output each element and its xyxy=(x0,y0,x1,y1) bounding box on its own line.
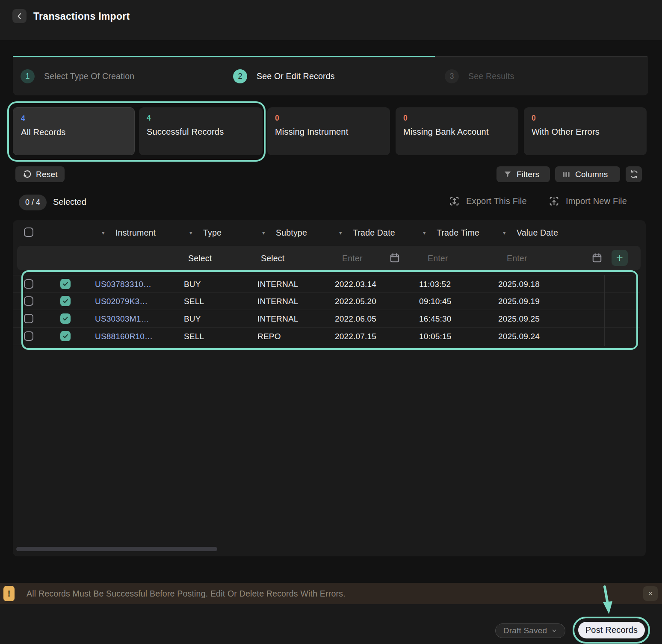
import-label: Import New File xyxy=(566,196,627,206)
warning-icon: ! xyxy=(3,586,15,601)
value-date-cell: 2025.09.18 xyxy=(498,275,540,293)
value-date-filter-input[interactable]: Enter xyxy=(507,253,527,263)
export-this-file-button[interactable]: Export This File xyxy=(449,196,527,207)
stepper-progress-active xyxy=(13,56,435,57)
warning-message: All Records Must Be Successful Before Po… xyxy=(27,589,346,599)
close-icon[interactable]: × xyxy=(643,586,658,601)
step-see-results[interactable]: 3 See Results xyxy=(445,57,514,95)
subtype-cell: INTERNAL xyxy=(257,275,298,293)
column-divider xyxy=(604,275,605,346)
trade-time-filter-input[interactable]: Enter xyxy=(428,253,448,263)
instrument-link[interactable]: US88160R10… xyxy=(95,328,153,345)
card-count: 4 xyxy=(21,114,127,123)
chevron-down-icon xyxy=(551,628,557,634)
card-count: 0 xyxy=(532,114,639,123)
top-header: Transactions Import xyxy=(0,0,662,40)
transactions-import-screen: Transactions Import 1 Select Type Of Cre… xyxy=(0,0,662,644)
trade-time-cell: 09:10:45 xyxy=(419,292,452,310)
trade-time-cell: 10:05:15 xyxy=(419,328,452,345)
table-row: US30303M1… BUY INTERNAL 2022.06.05 16:45… xyxy=(13,310,640,328)
type-cell: SELL xyxy=(184,292,204,310)
card-label: Missing Instrument xyxy=(275,127,382,137)
row-checkbox[interactable] xyxy=(24,279,33,289)
row-status-checkbox-checked[interactable] xyxy=(60,279,71,289)
select-all-checkbox[interactable] xyxy=(24,227,33,237)
column-sort-icon[interactable]: ▾ xyxy=(189,229,192,236)
instrument-link[interactable]: US30303M1… xyxy=(95,310,149,328)
card-missing-bank-account[interactable]: 0 Missing Bank Account xyxy=(396,107,518,155)
row-checkbox[interactable] xyxy=(24,331,33,341)
add-record-button[interactable]: + xyxy=(612,250,628,266)
checkmark-icon xyxy=(63,300,67,303)
reset-button[interactable]: Reset xyxy=(15,166,65,182)
instrument-link[interactable]: US03783310… xyxy=(95,275,151,293)
columns-button[interactable]: Columns xyxy=(555,166,620,182)
chevron-left-icon xyxy=(15,12,24,21)
calendar-icon[interactable] xyxy=(389,252,400,263)
value-date-cell: 2025.09.19 xyxy=(498,292,540,310)
column-header-trade-date[interactable]: Trade Date xyxy=(353,227,395,237)
table-row: US88160R10… SELL REPO 2022.07.15 10:05:1… xyxy=(13,328,640,345)
column-header-instrument[interactable]: Instrument xyxy=(115,227,156,237)
filter-row: Select Select Enter Enter Enter + xyxy=(17,246,641,270)
plus-icon: + xyxy=(616,251,623,265)
row-checkbox[interactable] xyxy=(24,296,33,306)
trade-date-cell: 2022.06.05 xyxy=(335,310,376,328)
trade-date-cell: 2022.05.20 xyxy=(335,292,376,310)
checkmark-icon xyxy=(63,283,67,286)
step-label: See Results xyxy=(468,71,514,81)
step-label: Select Type Of Creation xyxy=(44,71,134,81)
page-title: Transactions Import xyxy=(33,11,130,22)
refresh-button[interactable] xyxy=(626,166,642,182)
table-body: US03783310… BUY INTERNAL 2022.03.14 11:0… xyxy=(13,275,640,345)
instrument-link[interactable]: US02079K3… xyxy=(95,292,148,310)
selection-count-badge: 0 / 4 xyxy=(19,195,47,210)
row-status-checkbox-checked[interactable] xyxy=(60,313,71,324)
type-filter-select[interactable]: Select xyxy=(188,253,212,263)
import-icon xyxy=(549,196,559,207)
card-successful-records[interactable]: 4 Successful Records xyxy=(139,107,263,155)
card-with-other-errors[interactable]: 0 With Other Errors xyxy=(524,107,647,155)
step-number: 2 xyxy=(233,69,247,83)
subtype-cell: INTERNAL xyxy=(257,310,298,328)
column-sort-icon[interactable]: ▾ xyxy=(339,229,342,236)
column-header-value-date[interactable]: Value Date xyxy=(517,227,558,237)
column-sort-icon[interactable]: ▾ xyxy=(503,229,506,236)
column-header-trade-time[interactable]: Trade Time xyxy=(437,227,479,237)
calendar-icon[interactable] xyxy=(591,252,603,263)
value-date-cell: 2025.09.24 xyxy=(498,328,540,345)
row-checkbox[interactable] xyxy=(24,314,33,323)
draft-saved-label: Draft Saved xyxy=(503,626,547,635)
step-see-or-edit-records[interactable]: 2 See Or Edit Records xyxy=(233,57,335,95)
card-missing-instrument[interactable]: 0 Missing Instrument xyxy=(267,107,390,155)
footer-bar: Draft Saved Post Records xyxy=(0,604,662,644)
card-all-records[interactable]: 4 All Records xyxy=(13,107,135,155)
selected-label: Selected xyxy=(53,197,86,207)
columns-icon xyxy=(562,170,570,179)
horizontal-scrollbar[interactable] xyxy=(16,547,217,551)
type-cell: BUY xyxy=(184,275,201,293)
row-status-checkbox-checked[interactable] xyxy=(60,296,71,306)
column-sort-icon[interactable]: ▾ xyxy=(102,229,105,236)
column-header-type[interactable]: Type xyxy=(203,227,222,237)
column-sort-icon[interactable]: ▾ xyxy=(262,229,265,236)
value-date-cell: 2025.09.25 xyxy=(498,310,540,328)
import-new-file-button[interactable]: Import New File xyxy=(549,196,627,207)
post-records-button[interactable]: Post Records xyxy=(578,622,645,638)
reset-label: Reset xyxy=(36,170,58,179)
filters-button[interactable]: Filters xyxy=(496,166,550,182)
warning-banner: ! All Records Must Be Successful Before … xyxy=(0,583,662,604)
step-select-type[interactable]: 1 Select Type Of Creation xyxy=(21,57,134,95)
columns-label: Columns xyxy=(575,170,608,179)
card-label: With Other Errors xyxy=(532,127,639,137)
column-header-subtype[interactable]: Subtype xyxy=(276,227,307,237)
row-status-checkbox-checked[interactable] xyxy=(60,331,71,341)
back-button[interactable] xyxy=(12,9,27,23)
subtype-filter-select[interactable]: Select xyxy=(261,253,284,263)
refresh-icon xyxy=(629,170,638,179)
type-cell: SELL xyxy=(184,328,204,345)
trade-date-filter-input[interactable]: Enter xyxy=(342,253,363,263)
trade-date-cell: 2022.07.15 xyxy=(335,328,376,345)
column-sort-icon[interactable]: ▾ xyxy=(423,229,426,236)
draft-saved-dropdown[interactable]: Draft Saved xyxy=(495,623,565,638)
